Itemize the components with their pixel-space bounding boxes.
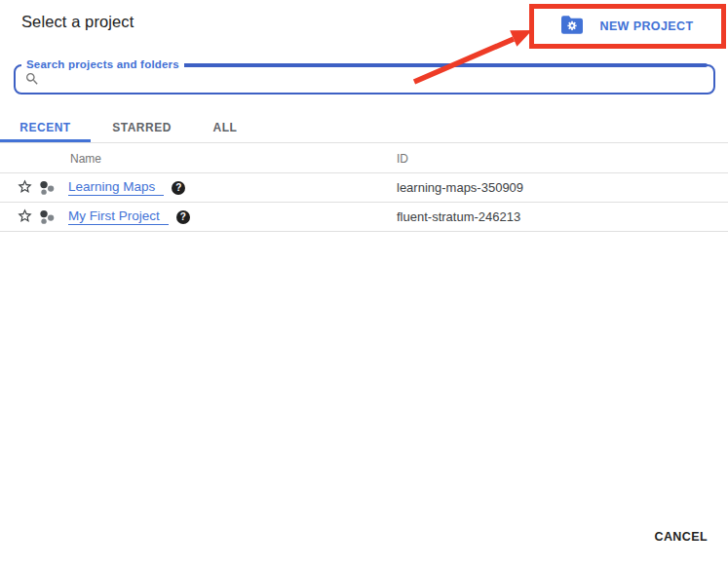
help-icon[interactable]: ? bbox=[176, 210, 190, 224]
active-tab-indicator bbox=[0, 139, 91, 142]
tab-starred[interactable]: STARRED bbox=[91, 112, 193, 142]
project-link[interactable]: My First Project bbox=[68, 208, 169, 225]
project-icon bbox=[38, 208, 56, 226]
search-field-label: Search projects and folders bbox=[21, 57, 184, 72]
table-header-row: Name ID bbox=[0, 143, 728, 173]
help-icon[interactable]: ? bbox=[172, 181, 185, 195]
project-icon bbox=[38, 179, 56, 197]
tab-all[interactable]: ALL bbox=[193, 112, 257, 142]
new-project-label: NEW PROJECT bbox=[599, 19, 693, 33]
field-notch-line bbox=[179, 63, 708, 67]
star-outline-icon bbox=[17, 178, 33, 198]
select-project-dialog: Select a project bbox=[0, 0, 728, 567]
search-icon bbox=[24, 71, 40, 87]
project-id: learning-maps-350909 bbox=[397, 180, 523, 195]
tab-bar: RECENT STARRED ALL bbox=[0, 112, 728, 143]
table-row-learning-maps[interactable]: Learning Maps ? learning-maps-350909 bbox=[0, 173, 728, 203]
new-project-button[interactable]: NEW PROJECT bbox=[534, 9, 721, 44]
column-header-name: Name bbox=[70, 152, 101, 166]
table-row-my-first-project[interactable]: My First Project ? fluent-stratum-246213 bbox=[0, 203, 728, 232]
project-link[interactable]: Learning Maps bbox=[68, 179, 164, 196]
star-toggle-button[interactable] bbox=[16, 208, 33, 226]
project-id: fluent-stratum-246213 bbox=[397, 209, 520, 224]
tab-recent[interactable]: RECENT bbox=[0, 112, 91, 142]
search-field[interactable]: Search projects and folders bbox=[14, 64, 715, 94]
column-header-id: ID bbox=[397, 152, 408, 166]
tab-all-label: ALL bbox=[213, 121, 238, 134]
annotation-highlight-rect: NEW PROJECT bbox=[529, 4, 726, 49]
projects-table: Name ID Learning Maps ? lear bbox=[0, 143, 728, 232]
tab-starred-label: STARRED bbox=[112, 121, 172, 134]
tab-recent-label: RECENT bbox=[19, 121, 70, 134]
star-toggle-button[interactable] bbox=[16, 179, 33, 197]
dialog-title: Select a project bbox=[21, 13, 134, 31]
cancel-button[interactable]: CANCEL bbox=[655, 530, 708, 544]
new-project-folder-icon bbox=[561, 16, 583, 37]
star-outline-icon bbox=[17, 208, 33, 227]
